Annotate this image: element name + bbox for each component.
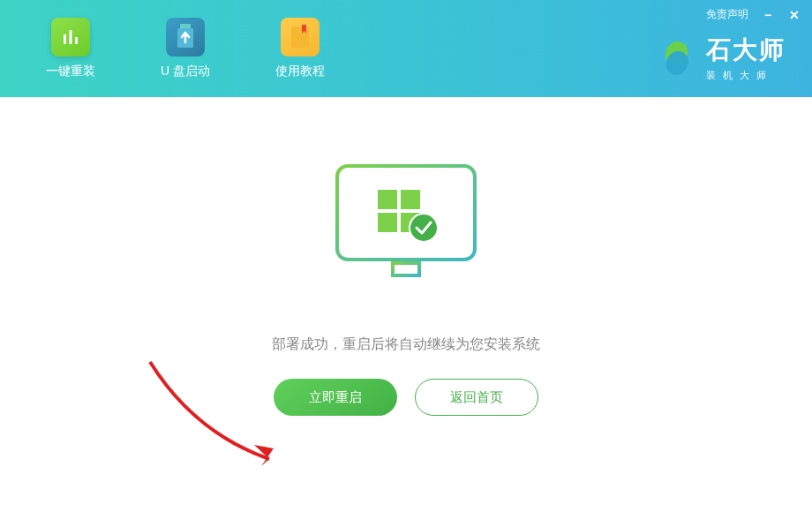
nav-label: 一键重装 bbox=[46, 64, 95, 79]
book-icon bbox=[281, 18, 320, 56]
return-home-button[interactable]: 返回首页 bbox=[415, 379, 538, 416]
brand-subtitle: 装机大师 bbox=[706, 69, 786, 82]
monitor-success-icon bbox=[327, 159, 485, 291]
usb-icon bbox=[166, 18, 205, 56]
nav-one-click-reinstall[interactable]: 一键重装 bbox=[35, 11, 106, 87]
svg-rect-11 bbox=[401, 190, 420, 209]
svg-rect-8 bbox=[393, 263, 419, 275]
svg-rect-1 bbox=[70, 30, 72, 44]
svg-rect-12 bbox=[378, 213, 397, 232]
brand-logo-icon bbox=[657, 38, 697, 79]
restart-now-button[interactable]: 立即重启 bbox=[274, 379, 397, 416]
nav-usb-boot[interactable]: U 盘启动 bbox=[150, 11, 221, 87]
svg-rect-10 bbox=[378, 190, 397, 209]
status-text: 部署成功，重启后将自动继续为您安装系统 bbox=[272, 335, 540, 354]
minimize-button[interactable]: − bbox=[761, 8, 775, 22]
button-row: 立即重启 返回首页 bbox=[274, 379, 538, 416]
svg-rect-2 bbox=[75, 37, 78, 44]
close-button[interactable]: ✕ bbox=[787, 8, 801, 22]
nav-tutorial[interactable]: 使用教程 bbox=[265, 11, 335, 87]
nav-items: 一键重装 U 盘启动 使用教程 bbox=[35, 11, 335, 87]
window-controls: 免责声明 − ✕ bbox=[706, 7, 801, 22]
brand: 石大师 装机大师 bbox=[657, 34, 786, 82]
nav-label: 使用教程 bbox=[275, 64, 325, 79]
brand-name: 石大师 bbox=[706, 34, 786, 67]
disclaimer-link[interactable]: 免责声明 bbox=[706, 7, 748, 22]
main-content: 部署成功，重启后将自动继续为您安装系统 立即重启 返回首页 bbox=[0, 97, 812, 416]
header: 一键重装 U 盘启动 使用教程 免责声 bbox=[0, 0, 812, 97]
svg-rect-0 bbox=[64, 34, 66, 44]
nav-label: U 盘启动 bbox=[161, 64, 210, 79]
bars-icon bbox=[51, 18, 90, 56]
